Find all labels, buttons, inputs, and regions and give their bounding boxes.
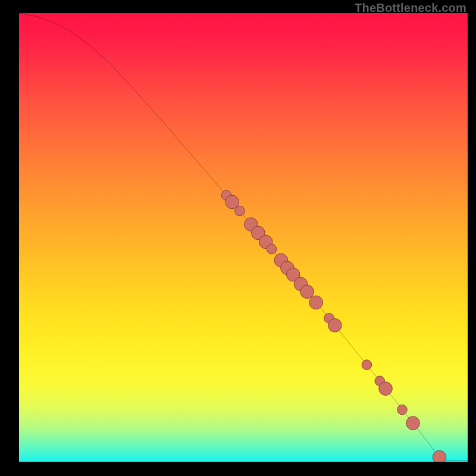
data-marker [300, 285, 314, 299]
data-marker [379, 382, 393, 396]
chart-stage: TheBottleneck.com [0, 0, 476, 476]
marker-group [221, 190, 446, 462]
data-marker [397, 405, 408, 415]
curve-line [19, 13, 468, 461]
plot-area [19, 13, 468, 462]
data-marker [362, 360, 372, 370]
chart-overlay [19, 13, 468, 462]
data-marker [309, 296, 323, 309]
data-marker [328, 318, 342, 332]
data-marker [235, 206, 245, 216]
data-marker [267, 244, 277, 254]
attribution-text: TheBottleneck.com [355, 1, 466, 15]
data-marker [433, 450, 446, 462]
data-marker [406, 416, 420, 430]
